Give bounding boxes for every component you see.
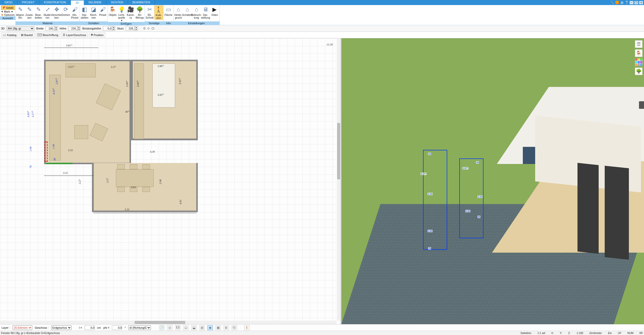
objekt-button[interactable]: 🪑Objekt: [108, 6, 117, 16]
sturz-input[interactable]: [126, 26, 135, 31]
dim-531: 5.31: [125, 208, 130, 211]
tab-bearbeiten[interactable]: BEARBEITEN: [128, 0, 155, 5]
zuweisen-button[interactable]: ✎Zuwei-sen: [25, 6, 34, 19]
restore-button[interactable]: ❐: [634, 1, 638, 4]
schatten-button[interactable]: ⌂Schatten: [183, 6, 192, 16]
furniture-icon[interactable]: 🪑: [635, 49, 642, 57]
hatch-icon[interactable]: ▨: [199, 325, 205, 330]
bauteil-button[interactable]: ▤Bauteil: [19, 32, 35, 37]
north-icon[interactable]: Ⓝ: [232, 325, 237, 330]
minimize-button[interactable]: ─: [630, 1, 633, 4]
dim-303: 3.03⁵: [178, 79, 181, 84]
flaeche-button[interactable]: ▭Fläche: [164, 6, 173, 16]
hoehe-spinner[interactable]: ▲▼: [77, 26, 80, 31]
3dbitmap-button[interactable]: 🌳3D-Bitmap: [136, 6, 144, 19]
tab-gelaende[interactable]: GELÄNDE: [84, 0, 107, 5]
hintergrund-button[interactable]: ⌂Hinter-grund: [174, 6, 183, 19]
help-icon[interactable]: ❔: [625, 1, 629, 5]
layers-icon[interactable]: ☰: [635, 40, 642, 48]
diag-icon[interactable]: ⬓: [191, 325, 197, 330]
stack-icon[interactable]: 🗂: [183, 325, 189, 330]
tab-konstruktion[interactable]: KONSTRUKTION: [39, 0, 71, 5]
breite-spinner[interactable]: ▲▼: [55, 26, 58, 31]
options-tool[interactable]: ✚ Optionen: [1, 13, 15, 16]
dim-351: 3.51⁵: [68, 65, 74, 69]
abgreifen-button[interactable]: ✎Abgrei-fen: [16, 6, 25, 19]
sturz-spinner[interactable]: ▲▼: [135, 26, 138, 31]
wrench-icon[interactable]: 🔧: [610, 1, 614, 5]
table-small: [74, 125, 88, 139]
tab-3d[interactable]: 3D: [71, 0, 84, 5]
ribbon-group-einfuegen: 🪑Objekt 💡Licht-quelle ▾ 🎥Kame-ra 🌳3D-Bit…: [108, 5, 145, 25]
verschieben-button[interactable]: ✥Verschie-ben: [52, 6, 61, 19]
layer-geschoss-button[interactable]: ☰Layer/Geschoss: [61, 32, 88, 37]
toggle-icon-3[interactable]: 🖵: [151, 27, 154, 30]
selected-window[interactable]: [45, 142, 48, 162]
phi-input[interactable]: [112, 325, 122, 330]
darstellen-button[interactable]: ◧Dar-stellen: [80, 6, 89, 19]
dim-300: 3.00⁵: [125, 81, 128, 87]
tab-datei[interactable]: DATEI: [0, 0, 17, 5]
katalog-button[interactable]: 📖Katalog: [1, 32, 18, 37]
property-bar: 3D RH 1flg. gr Breite ▲▼ Höhe ▲▼ Brüstun…: [0, 25, 644, 32]
hscroll-2d[interactable]: [0, 321, 337, 324]
drehen-button[interactable]: ⟳Drehen: [61, 6, 70, 16]
dim-257: 2.57: [106, 178, 109, 183]
bearbeiten-button[interactable]: ✎Bear-beiten: [34, 6, 43, 19]
skalieren-button[interactable]: ⤢Skalie-ren: [43, 6, 52, 19]
beschriftung-button[interactable]: TXTBeschriftung: [36, 33, 60, 37]
side-panel-handle[interactable]: [639, 101, 644, 109]
beleuchtung-button[interactable]: ⌂Beleuch-tung: [192, 6, 201, 19]
part-icon: ▤: [21, 33, 23, 37]
vscroll-2d[interactable]: [337, 38, 340, 321]
close-button[interactable]: ✕: [639, 1, 643, 4]
group-label-einstellungen: Einstellungen: [174, 21, 219, 25]
3dschnitt-button[interactable]: ✂3D-Schnitt: [145, 6, 154, 19]
lichtquelle-button[interactable]: 💡Licht-quelle ▾: [117, 6, 126, 22]
bruest-input[interactable]: [103, 26, 112, 31]
pinsel-button[interactable]: 🖌Pinsel: [99, 6, 107, 16]
book-icon: 📖: [3, 33, 6, 37]
dim-227a: 2.27: [111, 65, 116, 68]
tree-icon[interactable]: 🌳: [635, 68, 642, 75]
hinpinsel-button[interactable]: 🖌Hin.Pinsel: [71, 6, 79, 19]
bruest-spinner[interactable]: ▲▼: [112, 26, 115, 31]
window-icon[interactable]: ▦: [620, 1, 624, 5]
mark-tool[interactable]: ✦ Mark. ▾: [1, 10, 15, 13]
hoehe-input[interactable]: [68, 26, 77, 31]
shade-icon[interactable]: ◆: [207, 325, 213, 330]
rechnen-button[interactable]: ◪Rech-nen: [89, 6, 98, 19]
kamera-button[interactable]: 🎥Kame-ra: [126, 6, 135, 19]
workspace: 3.81⁵ 12.26 4.93⁵ 3.17⁵ 1.00 76: [0, 38, 644, 324]
3d-pane[interactable]: 3.17⁵ 2.26 1.00 76 26 2.87⁵ 2.26 1.00 46…: [341, 38, 644, 324]
target-icon[interactable]: ◎: [167, 325, 173, 330]
film-icon[interactable]: 🎞: [175, 325, 181, 330]
l-input[interactable]: [85, 325, 95, 330]
kollision-button[interactable]: 🚶Kolli-sion: [154, 6, 163, 20]
darstellung-button[interactable]: 🖥Dar-stellung: [201, 6, 210, 19]
colors-icon[interactable]: [635, 58, 642, 66]
palette-icon[interactable]: 🟧: [615, 1, 619, 5]
ribbon-group-material: ✎Abgrei-fen ✎Zuwei-sen ✎Bear-beiten ⤢Ska…: [16, 5, 80, 25]
floorplan-pane[interactable]: 3.81⁵ 12.26 4.93⁵ 3.17⁵ 1.00 76: [0, 38, 341, 324]
position-button[interactable]: ✥Position: [89, 32, 105, 37]
video-button[interactable]: ▶Video: [210, 6, 219, 16]
layer-select[interactable]: 2D-Elemen: [13, 325, 32, 330]
breite-input[interactable]: [46, 26, 55, 31]
dl-select[interactable]: dl (Richtung/Di: [128, 325, 151, 330]
dining-table: [116, 169, 154, 187]
geschoss-select[interactable]: Erdgeschos: [51, 325, 72, 330]
info-icon[interactable]: ℹ: [244, 325, 250, 330]
wire-icon[interactable]: ▦: [215, 325, 221, 330]
tab-sichten[interactable]: SICHTEN: [106, 0, 128, 5]
clock-icon[interactable]: 🕑: [159, 325, 165, 330]
select-tool[interactable]: 📌 Selekt: [1, 6, 15, 10]
tab-projekt[interactable]: PROJEKT: [17, 0, 40, 5]
grid-icon[interactable]: ⊞: [223, 325, 229, 330]
dim-287: 2.87⁵: [55, 79, 58, 84]
dim-355a: 3.55: [68, 149, 73, 152]
element-select[interactable]: RH 1flg. gr: [7, 26, 34, 31]
toggle-icon-1[interactable]: ⟨⟩: [143, 27, 145, 30]
dim-355b: 3.55: [63, 171, 68, 174]
toggle-icon-2[interactable]: ◇: [147, 27, 149, 30]
